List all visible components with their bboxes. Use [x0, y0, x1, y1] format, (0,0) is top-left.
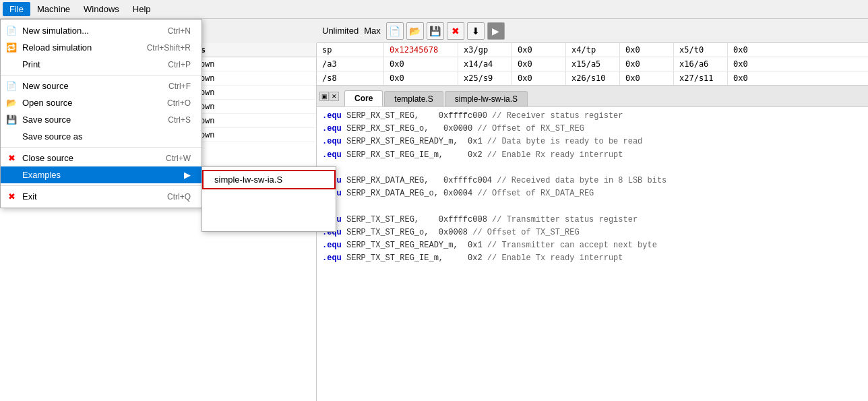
sep2 — [1, 147, 202, 148]
reg-x16a6-label: x16/a6 — [674, 57, 728, 71]
tab-ctrl-right[interactable]: ✕ — [330, 92, 339, 101]
reg-x15a5-label: x15/a5 — [566, 57, 620, 71]
submenu-template-os[interactable]: template-os.S — [202, 189, 336, 209]
menu-new-simulation[interactable]: 📄 New simulation... Ctrl+N — [1, 22, 202, 39]
reg-x26s10-value: 0x0 — [620, 71, 674, 85]
code-line-blank1 — [322, 162, 863, 175]
code-line-1: .equ SERP_RX_ST_REG, 0xffffc000 // Recei… — [322, 110, 863, 123]
toolbar: Unlimited Max 📄 📂 💾 ✖ ⬇ ▶ — [317, 19, 868, 43]
reg-row-2: /a3 0x0 x14/a4 0x0 x15/a5 0x0 x16/a6 0x0 — [317, 57, 868, 71]
menu-save-source[interactable]: 💾 Save source Ctrl+S — [1, 111, 202, 128]
menu-examples[interactable]: Examples ▶ simple-lw-sw-ia.S template-os… — [1, 166, 202, 183]
code-line-blank2 — [322, 200, 863, 213]
reg-x3gp-label: x3/gp — [458, 43, 512, 57]
code-editor[interactable]: .equ SERP_RX_ST_REG, 0xffffc000 // Recei… — [317, 107, 868, 401]
menu-open-source[interactable]: 📂 Open source Ctrl+O — [1, 94, 202, 111]
menu-file[interactable]: File — [3, 2, 30, 16]
menu-help[interactable]: Help — [126, 2, 158, 16]
reg-x26s10-label: x26/s10 — [566, 71, 620, 85]
reg-x3gp-value: 0x0 — [512, 43, 566, 57]
reg-x4tp-label: x4/tp — [566, 43, 620, 57]
toolbar-unlimited-label: Unlimited — [322, 26, 359, 36]
reg-sp-label: sp — [317, 43, 384, 57]
reg-x25s9-value: 0x0 — [512, 71, 566, 85]
toolbar-close-file-btn[interactable]: ✖ — [447, 22, 464, 40]
reg-x27s11-label: x27/s11 — [674, 71, 728, 85]
code-line-3: .equ SERP_RX_ST_REG_READY_m, 0x1 // Data… — [322, 135, 863, 148]
reg-x15a5-value: 0x0 — [620, 57, 674, 71]
reg-a3-label: /a3 — [317, 57, 384, 71]
menu-windows[interactable]: Windows — [77, 2, 126, 16]
code-line-7: .equ SERP_TX_ST_REG, 0xffffc008 // Trans… — [322, 214, 863, 226]
code-line-10: .equ SERP_TX_ST_REG_IE_m, 0x2 // Enable … — [322, 252, 863, 265]
reg-a3-value: 0x0 — [384, 57, 458, 71]
tab-controls: ▣ ✕ — [319, 92, 339, 101]
menu-close-source[interactable]: ✖ Close source Ctrl+W — [1, 150, 202, 166]
submenu-arrow: ▶ — [177, 170, 191, 180]
menu-new-source[interactable]: 📄 New source Ctrl+F — [1, 78, 202, 94]
reg-x14a4-label: x14/a4 — [458, 57, 512, 71]
code-line-8: .equ SERP_TX_ST_REG_o, 0x0008 // Offset … — [322, 226, 863, 239]
reg-s8-label: /s8 — [317, 71, 384, 85]
reg-s8-value: 0x0 — [384, 71, 458, 85]
reg-x16a6-value: 0x0 — [728, 57, 782, 71]
file-menu: 📄 New simulation... Ctrl+N 🔁 Reload simu… — [0, 19, 202, 208]
exit-icon: ✖ — [5, 191, 18, 202]
menubar: File Machine Windows Help — [0, 0, 868, 19]
tabs-bar: ▣ ✕ Core template.S simple-lw-sw-ia.S — [317, 86, 868, 107]
tab-core[interactable]: Core — [344, 90, 383, 106]
code-line-6: .equ SERP_RX_DATA_REG_o, 0x0004 // Offse… — [322, 187, 863, 200]
menu-print[interactable]: Print Ctrl+P — [1, 56, 202, 73]
menu-save-source-as[interactable]: Save source as — [1, 128, 202, 145]
reg-x14a4-value: 0x0 — [512, 57, 566, 71]
menu-reload-simulation[interactable]: 🔁 Reload simulation Ctrl+Shift+R — [1, 39, 202, 56]
reg-x27s11-value: 0x0 — [728, 71, 782, 85]
reg-x5t0-value: 0x0 — [728, 43, 782, 57]
menu-machine[interactable]: Machine — [30, 2, 77, 16]
reg-row-1: sp 0x12345678 x3/gp 0x0 x4/tp 0x0 x5/t0 … — [317, 43, 868, 57]
new-sim-icon: 📄 — [5, 26, 18, 36]
examples-submenu: simple-lw-sw-ia.S template-os.S template… — [202, 166, 336, 232]
new-source-icon: 📄 — [5, 81, 18, 91]
toolbar-open-file-btn[interactable]: 📂 — [406, 22, 424, 40]
tab-template-s[interactable]: template.S — [384, 91, 443, 106]
toolbar-download-btn[interactable]: ⬇ — [467, 22, 485, 40]
code-line-5: .equ SERP_RX_DATA_REG, 0xffffc004 // Rec… — [322, 175, 863, 187]
tab-simple-lw-sw-ia-s[interactable]: simple-lw-sw-ia.S — [445, 91, 528, 106]
tab-ctrl-left[interactable]: ▣ — [319, 92, 329, 101]
sep3 — [1, 185, 202, 186]
code-line-9: .equ SERP_TX_ST_REG_READY_m, 0x1 // Tran… — [322, 239, 863, 252]
reg-x5t0-label: x5/t0 — [674, 43, 728, 57]
toolbar-new-file-btn[interactable]: 📄 — [386, 22, 404, 40]
register-area: sp 0x12345678 x3/gp 0x0 x4/tp 0x0 x5/t0 … — [317, 43, 868, 86]
menu-exit[interactable]: ✖ Exit Ctrl+Q — [1, 188, 202, 205]
open-source-icon: 📂 — [5, 98, 18, 108]
reg-x4tp-value: 0x0 — [620, 43, 674, 57]
submenu-template[interactable]: template.S — [202, 209, 336, 228]
toolbar-save-file-btn[interactable]: 💾 — [427, 22, 444, 40]
right-area: sp 0x12345678 x3/gp 0x0 x4/tp 0x0 x5/t0 … — [317, 43, 868, 401]
close-source-icon: ✖ — [5, 153, 18, 163]
sep1 — [1, 75, 202, 75]
reload-sim-icon: 🔁 — [5, 42, 18, 53]
reg-sp-value: 0x12345678 — [384, 43, 458, 57]
code-line-2: .equ SERP_RX_ST_REG_o, 0x0000 // Offset … — [322, 123, 863, 135]
toolbar-max-label: Max — [364, 26, 381, 36]
file-dropdown: 📄 New simulation... Ctrl+N 🔁 Reload simu… — [0, 19, 202, 208]
code-line-4: .equ SERP_RX_ST_REG_IE_m, 0x2 // Enable … — [322, 149, 863, 162]
reg-row-3: /s8 0x0 x25/s9 0x0 x26/s10 0x0 x27/s11 0… — [317, 71, 868, 85]
toolbar-run-btn[interactable]: ▶ — [487, 22, 505, 40]
submenu-simple-lw-sw-ia[interactable]: simple-lw-sw-ia.S — [202, 170, 336, 189]
reg-x25s9-label: x25/s9 — [458, 71, 512, 85]
save-source-icon: 💾 — [5, 115, 18, 125]
